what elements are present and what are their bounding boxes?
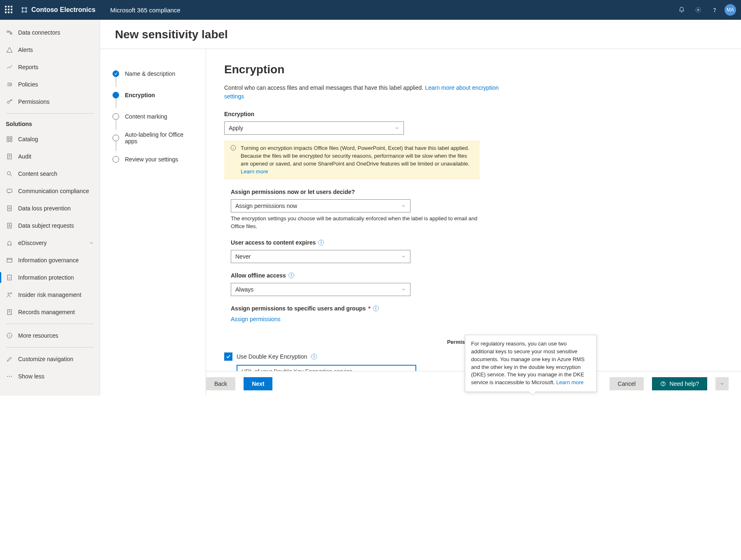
encryption-info-bar: Turning on encryption impacts Office fil… bbox=[224, 140, 480, 180]
label-offline: Allow offline access i bbox=[231, 272, 513, 279]
info-icon[interactable]: i bbox=[373, 306, 379, 311]
nav-dsr[interactable]: Data subject requests bbox=[0, 217, 100, 234]
nav-catalog[interactable]: Catalog bbox=[0, 131, 100, 148]
select-value: Always bbox=[235, 286, 253, 293]
app-launcher-icon[interactable] bbox=[5, 6, 13, 14]
chat-icon bbox=[6, 187, 13, 195]
step-label: Content marking bbox=[125, 113, 167, 120]
help-expand-button[interactable] bbox=[715, 377, 729, 390]
wizard-steps: Name & description Encryption Content ma… bbox=[100, 49, 206, 396]
nav-more-resources[interactable]: More resources bbox=[0, 327, 100, 344]
reports-icon bbox=[6, 63, 13, 71]
content-area: New sensitivity label Name & description… bbox=[100, 20, 741, 396]
assign-mode-select[interactable]: Assign permissions now bbox=[231, 199, 410, 212]
nav-label: Catalog bbox=[18, 136, 38, 142]
info-icon[interactable]: i bbox=[318, 240, 324, 245]
assign-help-text: The encryption settings you choose will … bbox=[231, 215, 486, 230]
svg-point-3 bbox=[26, 11, 27, 12]
alerts-icon bbox=[6, 46, 13, 54]
app-header: Contoso Electronics Microsoft 365 compli… bbox=[0, 0, 741, 20]
chevron-down-icon bbox=[401, 287, 406, 292]
svg-point-5 bbox=[714, 11, 715, 12]
nav-info-protection[interactable]: Information protection bbox=[0, 269, 100, 286]
assign-permissions-link[interactable]: Assign permissions bbox=[231, 316, 281, 322]
nav-label: Reports bbox=[18, 64, 38, 70]
select-value: Never bbox=[235, 253, 251, 260]
svg-rect-6 bbox=[7, 31, 9, 32]
svg-point-32 bbox=[663, 385, 664, 385]
nav-info-governance[interactable]: Information governance bbox=[0, 252, 100, 269]
nav-label: Permissions bbox=[18, 98, 49, 105]
step-dot-current-icon bbox=[113, 92, 119, 98]
svg-point-2 bbox=[22, 11, 23, 12]
app-name[interactable]: Microsoft 365 compliance bbox=[110, 7, 181, 14]
nav-label: Data loss prevention bbox=[18, 205, 71, 212]
nav-label: Records management bbox=[18, 309, 75, 315]
notifications-icon[interactable] bbox=[673, 0, 690, 20]
nav-content-search[interactable]: Content search bbox=[0, 165, 100, 182]
info-text: Turning on encryption impacts Office fil… bbox=[241, 145, 474, 175]
step-label: Auto-labeling for Office apps bbox=[125, 131, 197, 145]
info-icon[interactable]: i bbox=[288, 273, 294, 278]
svg-rect-11 bbox=[10, 137, 12, 139]
nav-records[interactable]: Records management bbox=[0, 303, 100, 321]
connectors-icon bbox=[6, 29, 13, 36]
infobar-learn-more-link[interactable]: Learn more bbox=[241, 168, 268, 175]
step-review[interactable]: Review your settings bbox=[113, 149, 197, 170]
step-name-description[interactable]: Name & description bbox=[113, 63, 197, 84]
nav-label: Data subject requests bbox=[18, 222, 74, 229]
step-dot-icon bbox=[113, 135, 119, 141]
step-content-marking[interactable]: Content marking bbox=[113, 106, 197, 127]
dsr-icon bbox=[6, 222, 13, 229]
offline-select[interactable]: Always bbox=[231, 283, 410, 296]
chevron-down-icon bbox=[394, 126, 399, 131]
nav-show-less[interactable]: Show less bbox=[0, 368, 100, 385]
cancel-button[interactable]: Cancel bbox=[610, 377, 644, 390]
nav-ediscovery[interactable]: eDiscovery bbox=[0, 234, 100, 252]
encryption-select[interactable]: Apply bbox=[224, 121, 404, 135]
nav-audit[interactable]: Audit bbox=[0, 148, 100, 165]
label-assign-perm: Assign permissions to specific users and… bbox=[231, 305, 513, 312]
nav-data-connectors[interactable]: Data connectors bbox=[0, 24, 100, 41]
svg-point-9 bbox=[7, 101, 9, 103]
nav-label: Communication compliance bbox=[18, 188, 89, 194]
nav-alerts[interactable]: Alerts bbox=[0, 41, 100, 58]
chevron-down-icon bbox=[401, 254, 406, 259]
nav-label: Show less bbox=[18, 373, 45, 380]
help-icon[interactable] bbox=[706, 0, 723, 20]
edit-icon bbox=[6, 355, 13, 363]
form-lead: Control who can access files and email m… bbox=[224, 84, 513, 101]
nav-label: Alerts bbox=[18, 47, 33, 53]
back-button[interactable]: Back bbox=[206, 377, 235, 390]
step-encryption[interactable]: Encryption bbox=[113, 84, 197, 106]
svg-point-20 bbox=[9, 224, 10, 226]
dke-checkbox[interactable] bbox=[224, 352, 232, 361]
expires-select[interactable]: Never bbox=[231, 250, 410, 263]
nav-heading-solutions: Solutions bbox=[0, 117, 100, 131]
tooltip-learn-more-link[interactable]: Learn more bbox=[556, 379, 584, 385]
info-icon[interactable]: i bbox=[311, 354, 317, 359]
brand-name[interactable]: Contoso Electronics bbox=[31, 6, 96, 14]
chevron-down-icon bbox=[401, 203, 406, 208]
nav-dlp[interactable]: Data loss prevention bbox=[0, 200, 100, 217]
left-navigation: Data connectors Alerts Reports Policies … bbox=[0, 20, 100, 396]
nav-label: eDiscovery bbox=[18, 240, 47, 246]
nav-customize[interactable]: Customize navigation bbox=[0, 350, 100, 368]
nav-policies[interactable]: Policies bbox=[0, 76, 100, 93]
nav-reports[interactable]: Reports bbox=[0, 58, 100, 76]
brand-icon bbox=[21, 6, 28, 14]
nav-insider-risk[interactable]: Insider risk management bbox=[0, 286, 100, 303]
svg-point-28 bbox=[9, 376, 10, 377]
nav-comm-compliance[interactable]: Communication compliance bbox=[0, 182, 100, 200]
next-button[interactable]: Next bbox=[244, 377, 272, 390]
svg-point-1 bbox=[26, 7, 27, 9]
step-auto-labeling[interactable]: Auto-labeling for Office apps bbox=[113, 127, 197, 149]
need-help-button[interactable]: Need help? bbox=[652, 377, 707, 390]
nav-permissions[interactable]: Permissions bbox=[0, 93, 100, 110]
user-avatar[interactable]: MA bbox=[725, 4, 736, 16]
settings-icon[interactable] bbox=[690, 0, 706, 20]
svg-point-23 bbox=[8, 293, 9, 294]
nav-label: Customize navigation bbox=[18, 356, 73, 362]
step-dot-icon bbox=[113, 113, 119, 120]
svg-rect-22 bbox=[7, 275, 11, 280]
